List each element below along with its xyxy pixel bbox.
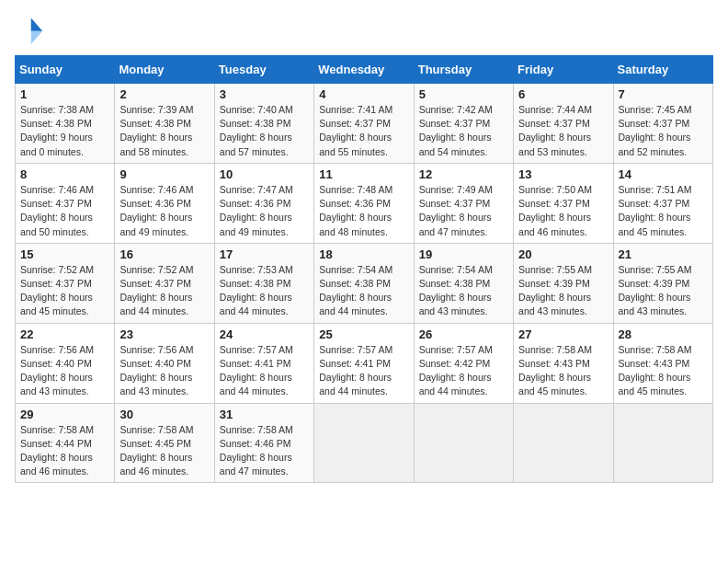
cell-info: Sunrise: 7:42 AMSunset: 4:37 PMDaylight:…: [419, 104, 493, 157]
day-number: 4: [319, 87, 408, 101]
day-number: 1: [20, 87, 109, 101]
calendar-cell: 30 Sunrise: 7:58 AMSunset: 4:45 PMDaylig…: [115, 403, 214, 483]
calendar-cell: 18 Sunrise: 7:54 AMSunset: 4:38 PMDaylig…: [314, 243, 414, 323]
calendar-cell: 26 Sunrise: 7:57 AMSunset: 4:42 PMDaylig…: [414, 323, 513, 403]
calendar-cell: 3 Sunrise: 7:40 AMSunset: 4:38 PMDayligh…: [214, 84, 313, 164]
calendar-cell: 5 Sunrise: 7:42 AMSunset: 4:37 PMDayligh…: [414, 84, 513, 164]
calendar-cell: 23 Sunrise: 7:56 AMSunset: 4:40 PMDaylig…: [115, 323, 214, 403]
day-number: 6: [518, 87, 608, 101]
day-number: 13: [518, 167, 608, 181]
col-header-thursday: Thursday: [414, 56, 513, 84]
cell-info: Sunrise: 7:41 AMSunset: 4:37 PMDaylight:…: [319, 104, 392, 157]
day-number: 12: [419, 167, 508, 181]
calendar-cell: [613, 403, 712, 483]
day-number: 29: [20, 408, 109, 421]
day-number: 19: [419, 247, 508, 261]
calendar-table: SundayMondayTuesdayWednesdayThursdayFrid…: [15, 55, 713, 483]
calendar-week-3: 15 Sunrise: 7:52 AMSunset: 4:37 PMDaylig…: [16, 243, 713, 323]
calendar-cell: 21 Sunrise: 7:55 AMSunset: 4:39 PMDaylig…: [613, 243, 712, 323]
day-number: 7: [619, 87, 708, 101]
page-header: [15, 15, 713, 44]
calendar-header-row: SundayMondayTuesdayWednesdayThursdayFrid…: [16, 56, 713, 84]
day-number: 25: [319, 327, 408, 341]
calendar-cell: 14 Sunrise: 7:51 AMSunset: 4:37 PMDaylig…: [613, 163, 712, 243]
day-number: 21: [619, 247, 708, 261]
day-number: 18: [319, 247, 408, 261]
day-number: 22: [20, 327, 109, 341]
col-header-saturday: Saturday: [613, 56, 712, 84]
cell-info: Sunrise: 7:58 AMSunset: 4:45 PMDaylight:…: [119, 424, 193, 477]
cell-info: Sunrise: 7:46 AMSunset: 4:36 PMDaylight:…: [119, 184, 193, 237]
calendar-cell: 4 Sunrise: 7:41 AMSunset: 4:37 PMDayligh…: [314, 84, 414, 164]
cell-info: Sunrise: 7:52 AMSunset: 4:37 PMDaylight:…: [20, 264, 94, 317]
calendar-cell: 6 Sunrise: 7:44 AMSunset: 4:37 PMDayligh…: [514, 84, 613, 164]
calendar-week-2: 8 Sunrise: 7:46 AMSunset: 4:37 PMDayligh…: [16, 163, 713, 243]
cell-info: Sunrise: 7:46 AMSunset: 4:37 PMDaylight:…: [20, 184, 94, 237]
calendar-cell: 11 Sunrise: 7:48 AMSunset: 4:36 PMDaylig…: [314, 163, 414, 243]
cell-info: Sunrise: 7:48 AMSunset: 4:36 PMDaylight:…: [319, 184, 392, 237]
calendar-cell: 7 Sunrise: 7:45 AMSunset: 4:37 PMDayligh…: [613, 84, 712, 164]
calendar-week-4: 22 Sunrise: 7:56 AMSunset: 4:40 PMDaylig…: [16, 323, 713, 403]
col-header-wednesday: Wednesday: [314, 56, 414, 84]
cell-info: Sunrise: 7:49 AMSunset: 4:37 PMDaylight:…: [419, 184, 493, 237]
day-number: 9: [119, 167, 209, 181]
calendar-cell: 22 Sunrise: 7:56 AMSunset: 4:40 PMDaylig…: [16, 323, 115, 403]
calendar-cell: [514, 403, 613, 483]
day-number: 20: [518, 247, 608, 261]
cell-info: Sunrise: 7:54 AMSunset: 4:38 PMDaylight:…: [319, 264, 392, 317]
calendar-cell: [414, 403, 513, 483]
cell-info: Sunrise: 7:50 AMSunset: 4:37 PMDaylight:…: [518, 184, 592, 237]
calendar-cell: 2 Sunrise: 7:39 AMSunset: 4:38 PMDayligh…: [115, 84, 214, 164]
svg-marker-0: [31, 18, 42, 31]
calendar-cell: 29 Sunrise: 7:58 AMSunset: 4:44 PMDaylig…: [16, 403, 115, 483]
calendar-cell: 10 Sunrise: 7:47 AMSunset: 4:36 PMDaylig…: [214, 163, 313, 243]
day-number: 16: [119, 247, 209, 261]
calendar-cell: 20 Sunrise: 7:55 AMSunset: 4:39 PMDaylig…: [514, 243, 613, 323]
calendar-cell: 31 Sunrise: 7:58 AMSunset: 4:46 PMDaylig…: [214, 403, 313, 483]
calendar-cell: [314, 403, 414, 483]
svg-marker-1: [31, 31, 42, 44]
col-header-tuesday: Tuesday: [214, 56, 313, 84]
day-number: 3: [220, 87, 309, 101]
day-number: 30: [119, 408, 209, 421]
calendar-cell: 1 Sunrise: 7:38 AMSunset: 4:38 PMDayligh…: [16, 84, 115, 164]
cell-info: Sunrise: 7:58 AMSunset: 4:43 PMDaylight:…: [619, 344, 692, 397]
cell-info: Sunrise: 7:58 AMSunset: 4:46 PMDaylight:…: [220, 424, 293, 477]
calendar-cell: 17 Sunrise: 7:53 AMSunset: 4:38 PMDaylig…: [214, 243, 313, 323]
day-number: 24: [220, 327, 309, 341]
calendar-week-5: 29 Sunrise: 7:58 AMSunset: 4:44 PMDaylig…: [16, 403, 713, 483]
cell-info: Sunrise: 7:45 AMSunset: 4:37 PMDaylight:…: [619, 104, 692, 157]
cell-info: Sunrise: 7:55 AMSunset: 4:39 PMDaylight:…: [518, 264, 592, 317]
cell-info: Sunrise: 7:58 AMSunset: 4:43 PMDaylight:…: [518, 344, 592, 397]
day-number: 23: [119, 327, 209, 341]
col-header-monday: Monday: [115, 56, 214, 84]
cell-info: Sunrise: 7:44 AMSunset: 4:37 PMDaylight:…: [518, 104, 592, 157]
day-number: 8: [20, 167, 109, 181]
day-number: 31: [220, 408, 309, 421]
calendar-cell: 8 Sunrise: 7:46 AMSunset: 4:37 PMDayligh…: [16, 163, 115, 243]
logo-icon: [15, 15, 44, 44]
cell-info: Sunrise: 7:38 AMSunset: 4:38 PMDaylight:…: [20, 104, 94, 157]
day-number: 27: [518, 327, 608, 341]
col-header-sunday: Sunday: [16, 56, 115, 84]
cell-info: Sunrise: 7:39 AMSunset: 4:38 PMDaylight:…: [119, 104, 193, 157]
day-number: 10: [220, 167, 309, 181]
cell-info: Sunrise: 7:57 AMSunset: 4:42 PMDaylight:…: [419, 344, 493, 397]
cell-info: Sunrise: 7:55 AMSunset: 4:39 PMDaylight:…: [619, 264, 692, 317]
cell-info: Sunrise: 7:56 AMSunset: 4:40 PMDaylight:…: [119, 344, 193, 397]
cell-info: Sunrise: 7:58 AMSunset: 4:44 PMDaylight:…: [20, 424, 94, 477]
day-number: 28: [619, 327, 708, 341]
calendar-cell: 13 Sunrise: 7:50 AMSunset: 4:37 PMDaylig…: [514, 163, 613, 243]
calendar-cell: 15 Sunrise: 7:52 AMSunset: 4:37 PMDaylig…: [16, 243, 115, 323]
calendar-cell: 28 Sunrise: 7:58 AMSunset: 4:43 PMDaylig…: [613, 323, 712, 403]
cell-info: Sunrise: 7:47 AMSunset: 4:36 PMDaylight:…: [220, 184, 293, 237]
cell-info: Sunrise: 7:52 AMSunset: 4:37 PMDaylight:…: [119, 264, 193, 317]
calendar-cell: 25 Sunrise: 7:57 AMSunset: 4:41 PMDaylig…: [314, 323, 414, 403]
cell-info: Sunrise: 7:57 AMSunset: 4:41 PMDaylight:…: [319, 344, 392, 397]
day-number: 17: [220, 247, 309, 261]
day-number: 11: [319, 167, 408, 181]
cell-info: Sunrise: 7:57 AMSunset: 4:41 PMDaylight:…: [220, 344, 293, 397]
day-number: 14: [619, 167, 708, 181]
cell-info: Sunrise: 7:51 AMSunset: 4:37 PMDaylight:…: [619, 184, 692, 237]
day-number: 26: [419, 327, 508, 341]
